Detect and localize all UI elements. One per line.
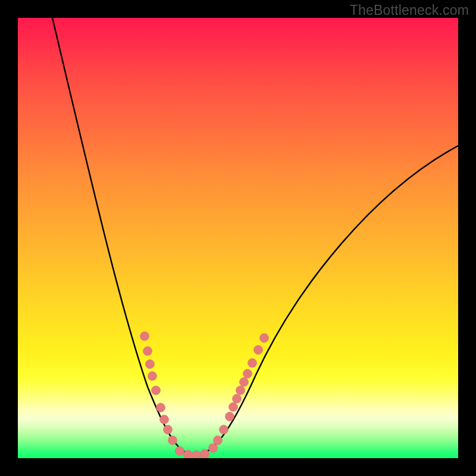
- curve-svg: [18, 18, 458, 458]
- data-dot: [176, 447, 184, 456]
- bottleneck-curve: [52, 18, 458, 455]
- data-dot: [260, 334, 269, 343]
- data-dot: [148, 372, 157, 381]
- data-dot: [192, 451, 201, 459]
- data-dot: [160, 415, 169, 424]
- data-dot: [152, 386, 161, 395]
- data-dot: [236, 386, 245, 395]
- data-dot: [156, 403, 165, 412]
- data-dot: [168, 436, 177, 445]
- watermark-text: TheBottleneck.com: [350, 2, 469, 18]
- data-dot: [214, 436, 223, 445]
- chart-frame: TheBottleneck.com: [0, 0, 476, 476]
- data-dot: [220, 425, 228, 434]
- data-dot: [226, 412, 234, 421]
- data-dot: [229, 403, 238, 412]
- data-dot: [143, 347, 152, 356]
- data-dot: [254, 346, 263, 355]
- data-dot: [248, 359, 257, 368]
- data-dot: [243, 369, 252, 378]
- data-dot: [209, 444, 218, 453]
- plot-area: [18, 18, 458, 458]
- data-dot: [184, 450, 193, 459]
- data-dot: [146, 360, 155, 369]
- data-dot: [201, 450, 209, 459]
- data-dot: [233, 394, 242, 403]
- data-dot: [164, 425, 173, 434]
- dot-group: [140, 332, 269, 459]
- data-dot: [140, 332, 149, 341]
- data-dot: [240, 378, 249, 387]
